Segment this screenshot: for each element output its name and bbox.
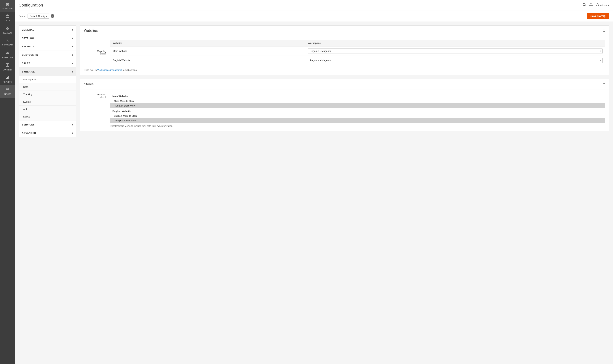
menu-section-customers[interactable]: CUSTOMERS ▾ [19, 51, 76, 59]
enabled-label: Enabled [global] [84, 93, 106, 98]
workspace-select-input-2[interactable]: Pegasus - Magento [308, 58, 598, 63]
top-actions: admin ▾ [583, 3, 609, 7]
mapping-label: Mapping [global] [84, 50, 106, 55]
svg-point-17 [597, 3, 598, 5]
sidebar: ⊞ DASHBOARD SALES CATALOG CUSTOMERS MA [0, 0, 15, 364]
sidebar-item-reports[interactable]: REPORTS [0, 73, 15, 85]
synerise-header[interactable]: SYNERISE ▴ [19, 67, 76, 76]
customers-arrow: ▾ [72, 53, 73, 56]
mapping-row: Mapping [global] Website Workspace [84, 39, 605, 65]
workspace-select-2: Pegasus - Magento ▾ [305, 56, 605, 65]
website-name-1: Main Website [110, 46, 305, 56]
svg-rect-1 [6, 27, 7, 28]
svg-rect-4 [8, 28, 9, 30]
save-config-button[interactable]: Save Config [587, 13, 609, 19]
sidebar-item-dashboard[interactable]: ⊞ DASHBOARD [0, 0, 15, 12]
workspace-dropdown-2[interactable]: Pegasus - Magento ▾ [308, 58, 603, 63]
svg-rect-11 [7, 77, 8, 79]
website-name-2: English Website [110, 56, 305, 65]
scope-label: Scope: [19, 15, 26, 17]
workspace-select-input-1[interactable]: Pegasus - Magento [308, 49, 598, 53]
menu-section-sales[interactable]: SALES ▾ [19, 59, 76, 67]
sidebar-item-sales[interactable]: SALES [0, 12, 15, 24]
enabled-label-text: Enabled [84, 93, 106, 96]
stores-section-body: Enabled [global] Main Website Main Websi… [80, 90, 609, 131]
right-panel: Websites ⊙ Mapping [global] [80, 26, 609, 137]
menu-section-catalog[interactable]: CATALOG ▾ [19, 34, 76, 42]
services-arrow: ▾ [72, 123, 73, 126]
sales-arrow: ▾ [72, 62, 73, 65]
menu-section-general[interactable]: GENERAL ▾ [19, 26, 76, 34]
sidebar-item-catalog[interactable]: CATALOG [0, 24, 15, 36]
svg-line-16 [585, 5, 586, 6]
catalog-arrow: ▾ [72, 37, 73, 39]
user-avatar-icon [596, 3, 599, 7]
workspaces-management-link[interactable]: Workspaces managemnt [97, 69, 122, 71]
store-list-container: Main Website Main Website Store Default … [110, 93, 605, 127]
stores-icon [5, 88, 10, 92]
sidebar-item-content[interactable]: CONTENT [0, 61, 15, 73]
websites-section-body: Mapping [global] Website Workspace [80, 36, 609, 75]
left-menu: GENERAL ▾ CATALOG ▾ SECURITY ▾ [19, 26, 76, 137]
menu-sub-workspaces[interactable]: Workspaces [19, 76, 76, 83]
svg-rect-2 [8, 27, 9, 28]
svg-rect-14 [7, 90, 8, 91]
sidebar-item-marketing[interactable]: MARKETING [0, 49, 15, 61]
store-list[interactable]: Main Website Main Website Store Default … [110, 93, 605, 123]
security-arrow: ▾ [72, 45, 73, 48]
scope-dropdown-arrow: ▾ [46, 15, 47, 17]
scope-selector[interactable]: Default Config ▾ [27, 13, 49, 19]
websites-section-header: Websites ⊙ [80, 26, 609, 36]
svg-point-5 [7, 39, 8, 41]
menu-section-services[interactable]: SERVICES ▾ [19, 120, 76, 129]
sales-icon [5, 14, 10, 19]
catalog-icon [5, 26, 10, 31]
svg-rect-10 [6, 78, 7, 79]
help-icon[interactable]: ? [51, 14, 54, 18]
svg-rect-0 [6, 15, 9, 17]
general-arrow: ▾ [72, 28, 73, 31]
enabled-scope-text: [global] [84, 96, 106, 98]
menu-sub-tracking[interactable]: Tracking [19, 91, 76, 98]
store-sub-group-english-website-store: English Website Store [110, 114, 605, 118]
scope-bar: Scope: Default Config ▾ ? Save Config [15, 10, 613, 22]
menu-section-security[interactable]: SECURITY ▾ [19, 42, 76, 51]
workspace-select-1: Pegasus - Magento ▾ [305, 46, 605, 56]
left-panel: GENERAL ▾ CATALOG ▾ SECURITY ▾ [19, 26, 76, 137]
websites-toggle-icon[interactable]: ⊙ [603, 29, 605, 33]
customers-icon [5, 39, 10, 43]
sidebar-item-stores[interactable]: STORES [0, 85, 15, 98]
page-title: Configuration [19, 3, 43, 8]
mapping-table: Website Workspace Main Website [110, 39, 605, 65]
svg-point-15 [583, 3, 585, 6]
content-area: GENERAL ▾ CATALOG ▾ SECURITY ▾ [15, 22, 613, 364]
mapping-label-text: Mapping [84, 50, 106, 52]
menu-sub-data[interactable]: Data [19, 83, 76, 91]
menu-sub-api[interactable]: Api [19, 105, 76, 113]
content-icon [5, 63, 10, 68]
search-icon[interactable] [583, 3, 586, 7]
bell-icon[interactable] [589, 3, 593, 7]
store-view-default[interactable]: Default Store View [110, 103, 605, 108]
top-bar: Configuration admin ▾ [15, 0, 613, 10]
main-area: Configuration admin ▾ Sc [15, 0, 613, 364]
reports-icon [5, 75, 10, 80]
menu-sub-debug[interactable]: Debug [19, 113, 76, 120]
sidebar-item-customers[interactable]: CUSTOMERS [0, 36, 15, 49]
page-body: GENERAL ▾ CATALOG ▾ SECURITY ▾ [19, 26, 609, 137]
table-row: Main Website Pegasus - Magento ▾ [110, 46, 605, 56]
scope-value: Default Config [30, 15, 45, 17]
user-menu[interactable]: admin ▾ [596, 3, 609, 7]
stores-toggle-icon[interactable]: ⊙ [603, 82, 605, 86]
enabled-row: Enabled [global] Main Website Main Websi… [84, 93, 605, 127]
menu-section-advanced[interactable]: ADVANCED ▾ [19, 129, 76, 137]
websites-section: Websites ⊙ Mapping [global] [80, 26, 609, 75]
stores-section-header: Stores ⊙ [80, 79, 609, 90]
svg-rect-12 [8, 76, 9, 79]
workspace-dropdown-1[interactable]: Pegasus - Magento ▾ [308, 48, 603, 54]
table-row: English Website Pegasus - Magento [110, 56, 605, 65]
store-view-english[interactable]: English Store View [110, 118, 605, 123]
select-arrow-icon-2: ▾ [598, 59, 602, 62]
websites-section-title: Websites [84, 29, 98, 33]
menu-sub-events[interactable]: Events [19, 98, 76, 105]
